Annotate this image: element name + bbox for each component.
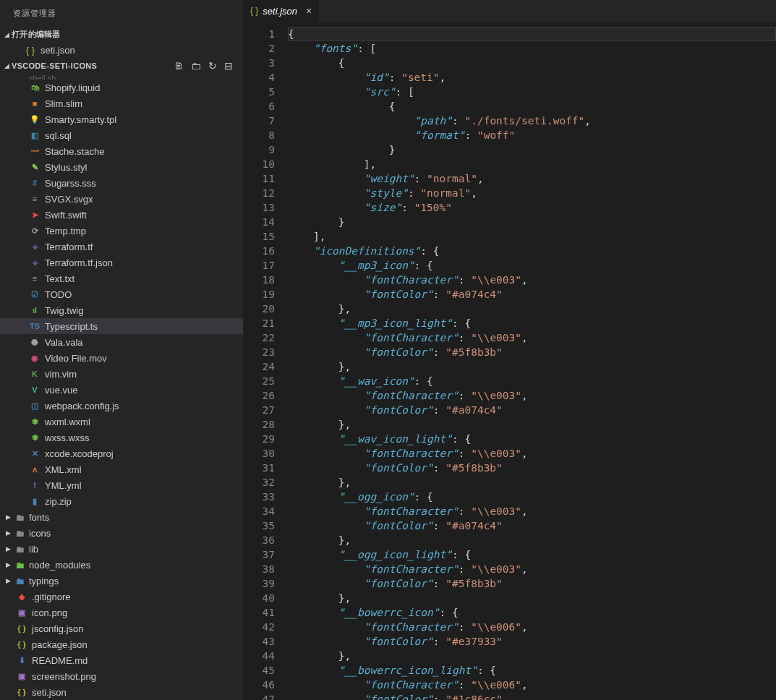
- code-line[interactable]: },: [288, 302, 776, 316]
- code-line[interactable]: "__wav_icon_light": {: [288, 432, 776, 446]
- code-line[interactable]: "__ogg_icon": {: [288, 490, 776, 504]
- file-item[interactable]: { }package.json: [0, 636, 243, 652]
- new-folder-icon[interactable]: 🗀: [191, 60, 201, 72]
- folder-item[interactable]: ▶🖿typings: [0, 573, 243, 589]
- open-editor-item[interactable]: { }seti.json: [0, 42, 243, 58]
- code-line[interactable]: },: [288, 475, 776, 490]
- code-line[interactable]: "src": [: [288, 85, 776, 99]
- code-line[interactable]: "format": "woff": [288, 128, 776, 142]
- file-item[interactable]: ☑TODO: [0, 286, 243, 302]
- file-item[interactable]: ılTwig.twig: [0, 302, 243, 318]
- collapse-icon[interactable]: ⊟: [224, 60, 233, 72]
- code-editor[interactable]: 1234567891011121314151617181920212223242…: [243, 26, 776, 700]
- code-line[interactable]: "fontColor": "#e37933": [288, 634, 776, 649]
- file-item[interactable]: Kvim.vim: [0, 366, 243, 382]
- code-line[interactable]: "__mp3_icon_light": {: [288, 316, 776, 330]
- file-item[interactable]: ■Slim.slim: [0, 95, 243, 111]
- refresh-icon[interactable]: ↻: [208, 60, 217, 72]
- file-item[interactable]: ⬣Vala.vala: [0, 334, 243, 350]
- folder-item[interactable]: ▶🖿node_modules: [0, 557, 243, 573]
- code-line[interactable]: "fontCharacter": "\\e006",: [288, 678, 776, 692]
- file-item[interactable]: ◫webpack.config.js: [0, 398, 243, 414]
- file-item[interactable]: ▮zip.zip: [0, 493, 243, 509]
- file-item[interactable]: Vvue.vue: [0, 382, 243, 398]
- code-line[interactable]: "fontColor": "#5f8b3b": [288, 576, 776, 591]
- code-line[interactable]: "size": "150%": [288, 200, 776, 215]
- file-item[interactable]: ⟡Terraform.tf: [0, 239, 243, 255]
- code-line[interactable]: "fontColor": "#a074c4": [288, 287, 776, 302]
- code-line[interactable]: {: [288, 99, 776, 114]
- code-line[interactable]: "fontColor": "#a074c4": [288, 518, 776, 533]
- code-line[interactable]: "fontCharacter": "\\e003",: [288, 388, 776, 403]
- code-line[interactable]: },: [288, 591, 776, 605]
- code-line[interactable]: "fontColor": "#5f8b3b": [288, 345, 776, 359]
- file-item[interactable]: ⟡Terraform.tf.json: [0, 255, 243, 270]
- code-line[interactable]: "style": "normal",: [288, 186, 776, 200]
- code-line[interactable]: },: [288, 359, 776, 374]
- file-item[interactable]: ◧sql.sql: [0, 127, 243, 143]
- open-editors-header[interactable]: ◢ 打开的编辑器: [0, 27, 243, 42]
- file-item[interactable]: { }seti.json: [0, 684, 243, 700]
- file-item[interactable]: ʌXML.xml: [0, 461, 243, 477]
- code-line[interactable]: },: [288, 533, 776, 547]
- code-line[interactable]: "__bowerrc_icon": {: [288, 605, 776, 620]
- file-item[interactable]: ✎Stylus.styl: [0, 159, 243, 175]
- code-line[interactable]: "id": "seti",: [288, 70, 776, 85]
- code-line[interactable]: "fontCharacter": "\\e003",: [288, 504, 776, 518]
- new-file-icon[interactable]: 🗎: [174, 60, 184, 72]
- code-line[interactable]: ],: [288, 229, 776, 244]
- code-line[interactable]: "fontCharacter": "\\e003",: [288, 562, 776, 576]
- file-item[interactable]: ✾wxml.wxml: [0, 414, 243, 430]
- code-line[interactable]: "fontColor": "#a074c4": [288, 403, 776, 417]
- code-line[interactable]: "iconDefinitions": {: [288, 244, 776, 258]
- code-line[interactable]: },: [288, 649, 776, 663]
- file-item[interactable]: ➤Swift.swift: [0, 207, 243, 223]
- file-item[interactable]: ▣screenshot.png: [0, 668, 243, 684]
- code-line[interactable]: "fontCharacter": "\\e003",: [288, 273, 776, 287]
- file-item[interactable]: TSTypescript.ts: [0, 318, 243, 334]
- file-item[interactable]: ⬇README.md: [0, 652, 243, 668]
- file-item[interactable]: ◆.gitignore: [0, 589, 243, 605]
- file-item[interactable]: ✕xcode.xcodeproj: [0, 445, 243, 461]
- file-item[interactable]: #Sugarss.sss: [0, 175, 243, 191]
- file-label: Stache.stache: [45, 146, 104, 157]
- code-line[interactable]: "__bowerrc_icon_light": {: [288, 663, 776, 678]
- file-item[interactable]: ≡Text.txt: [0, 270, 243, 286]
- close-icon[interactable]: ×: [306, 5, 312, 17]
- file-item[interactable]: !YML.yml: [0, 477, 243, 493]
- file-item[interactable]: 💡Smarty.smarty.tpl: [0, 111, 243, 127]
- code-line[interactable]: "__ogg_icon_light": {: [288, 547, 776, 562]
- folder-item[interactable]: ▶🖿icons: [0, 525, 243, 541]
- code-line[interactable]: "fontColor": "#1c86cc": [288, 692, 776, 700]
- code-line[interactable]: },: [288, 417, 776, 432]
- code-line[interactable]: "__mp3_icon": {: [288, 258, 776, 273]
- file-icon: ✕: [29, 448, 40, 459]
- file-item[interactable]: 〰Stache.stache: [0, 143, 243, 159]
- code-line[interactable]: }: [288, 142, 776, 157]
- code-line[interactable]: "fontCharacter": "\\e003",: [288, 330, 776, 345]
- project-header[interactable]: ◢ VSCODE-SETI-ICONS 🗎 🗀 ↻ ⊟: [0, 58, 243, 74]
- folder-item[interactable]: ▶🖿lib: [0, 541, 243, 557]
- code-line[interactable]: "fontCharacter": "\\e006",: [288, 620, 776, 634]
- code-line[interactable]: "__wav_icon": {: [288, 374, 776, 388]
- tab-seti-json[interactable]: { } seti.json ×: [243, 0, 319, 22]
- code-line[interactable]: "fontColor": "#5f8b3b": [288, 461, 776, 475]
- code-line[interactable]: "path": "./fonts/seti.woff",: [288, 114, 776, 128]
- file-item[interactable]: ◉Video File.mov: [0, 350, 243, 366]
- file-item[interactable]: { }jsconfig.json: [0, 620, 243, 636]
- code-line[interactable]: ],: [288, 157, 776, 171]
- code-line[interactable]: "fonts": [: [288, 41, 776, 56]
- file-icon: ≡: [29, 193, 40, 205]
- code-line[interactable]: {: [288, 27, 776, 41]
- code-line[interactable]: }: [288, 215, 776, 229]
- file-item[interactable]: ⟳Temp.tmp: [0, 223, 243, 239]
- file-item[interactable]: ▣icon.png: [0, 605, 243, 620]
- file-item[interactable]: 🛍Shopify.liquid: [0, 80, 243, 95]
- tab-bar: { } seti.json ×: [243, 0, 776, 22]
- code-line[interactable]: "weight": "normal",: [288, 171, 776, 186]
- code-line[interactable]: "fontCharacter": "\\e003",: [288, 446, 776, 461]
- file-item[interactable]: ✾wxss.wxss: [0, 430, 243, 445]
- file-item[interactable]: ≡SVGX.svgx: [0, 191, 243, 207]
- code-line[interactable]: {: [288, 56, 776, 70]
- folder-item[interactable]: ▶🖿fonts: [0, 509, 243, 525]
